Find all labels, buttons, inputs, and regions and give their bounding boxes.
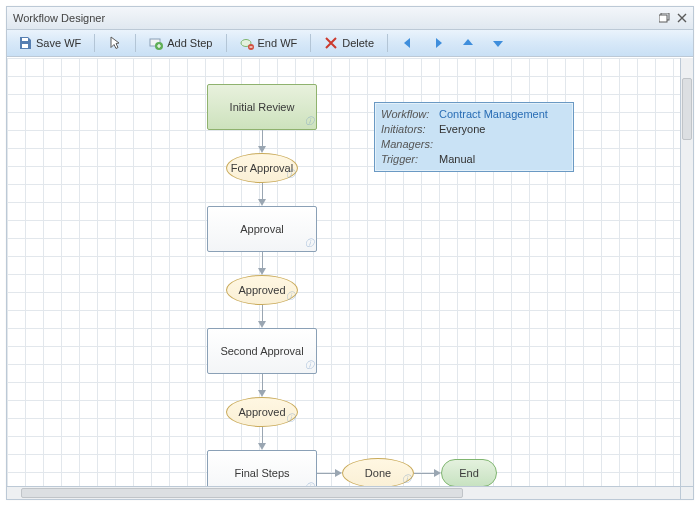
transition-for-approval[interactable]: For Approval ⓘ <box>226 153 298 183</box>
transition-label: For Approval <box>231 162 293 174</box>
save-button[interactable]: Save WF <box>11 33 88 53</box>
transition-label: Done <box>365 467 391 479</box>
transition-approved-1[interactable]: Approved ⓘ <box>226 275 298 305</box>
info-label: Trigger: <box>381 152 435 167</box>
end-wf-button[interactable]: End WF <box>233 33 305 53</box>
pointer-icon <box>108 36 122 50</box>
scroll-corner <box>680 486 693 499</box>
arrowhead-icon <box>434 469 441 477</box>
pointer-button[interactable] <box>101 33 129 53</box>
nav-up-button[interactable] <box>454 33 482 53</box>
arrow-up-icon <box>461 36 475 50</box>
end-label: End <box>459 467 479 479</box>
add-step-icon <box>149 36 163 50</box>
workflow-designer-window: Workflow Designer Save WF <box>6 6 694 500</box>
add-step-label: Add Step <box>167 37 212 49</box>
arrowhead-icon <box>258 443 266 450</box>
step-label: Second Approval <box>220 345 303 357</box>
step-initial-review[interactable]: Initial Review ⓘ <box>207 84 317 130</box>
save-icon <box>18 36 32 50</box>
add-step-button[interactable]: Add Step <box>142 33 219 53</box>
arrow-down-icon <box>491 36 505 50</box>
step-label: Final Steps <box>234 467 289 479</box>
horizontal-scrollbar[interactable] <box>7 486 681 499</box>
info-row-managers: Managers: <box>381 137 567 152</box>
info-value-initiators: Everyone <box>439 122 485 137</box>
toolbar-separator <box>310 34 311 52</box>
transition-approved-2[interactable]: Approved ⓘ <box>226 397 298 427</box>
arrow-left-icon <box>401 36 415 50</box>
svg-rect-1 <box>659 15 667 22</box>
info-row-initiators: Initiators: Everyone <box>381 122 567 137</box>
workflow-info-panel[interactable]: Workflow: Contract Management Initiators… <box>374 102 574 172</box>
info-icon: ⓘ <box>286 290 295 303</box>
save-label: Save WF <box>36 37 81 49</box>
end-wf-icon <box>240 36 254 50</box>
svg-rect-3 <box>22 44 28 48</box>
info-label: Workflow: <box>381 107 435 122</box>
toolbar-separator <box>387 34 388 52</box>
restore-icon[interactable] <box>659 13 671 23</box>
info-icon: ⓘ <box>402 473 411 486</box>
connector <box>414 473 436 474</box>
vertical-scrollbar[interactable] <box>680 58 693 487</box>
arrowhead-icon <box>258 146 266 153</box>
scroll-thumb[interactable] <box>682 78 692 140</box>
info-icon: ⓘ <box>305 115 314 128</box>
scroll-thumb[interactable] <box>21 488 463 498</box>
nav-right-button[interactable] <box>424 33 452 53</box>
arrow-right-icon <box>431 36 445 50</box>
end-wf-label: End WF <box>258 37 298 49</box>
toolbar-separator <box>94 34 95 52</box>
close-icon[interactable] <box>677 13 687 23</box>
nav-left-button[interactable] <box>394 33 422 53</box>
toolbar-separator <box>226 34 227 52</box>
delete-button[interactable]: Delete <box>317 33 381 53</box>
arrowhead-icon <box>258 321 266 328</box>
info-value-trigger: Manual <box>439 152 475 167</box>
canvas-grid[interactable]: Initial Review ⓘ For Approval ⓘ Approval… <box>7 58 681 487</box>
step-label: Initial Review <box>230 101 295 113</box>
info-icon: ⓘ <box>305 237 314 250</box>
info-icon: ⓘ <box>286 412 295 425</box>
step-approval[interactable]: Approval ⓘ <box>207 206 317 252</box>
info-icon: ⓘ <box>286 168 295 181</box>
window-controls <box>659 13 687 23</box>
info-row-trigger: Trigger: Manual <box>381 152 567 167</box>
arrowhead-icon <box>258 268 266 275</box>
info-label: Managers: <box>381 137 435 152</box>
connector <box>317 473 337 474</box>
arrowhead-icon <box>335 469 342 477</box>
step-second-approval[interactable]: Second Approval ⓘ <box>207 328 317 374</box>
arrowhead-icon <box>258 199 266 206</box>
info-icon: ⓘ <box>305 359 314 372</box>
toolbar: Save WF Add Step End WF Delete <box>7 30 693 57</box>
transition-label: Approved <box>238 284 285 296</box>
delete-icon <box>324 36 338 50</box>
svg-rect-2 <box>22 38 28 41</box>
titlebar: Workflow Designer <box>7 7 693 30</box>
canvas-area[interactable]: Initial Review ⓘ For Approval ⓘ Approval… <box>7 57 693 499</box>
toolbar-separator <box>135 34 136 52</box>
window-title: Workflow Designer <box>13 12 105 24</box>
transition-done[interactable]: Done ⓘ <box>342 458 414 488</box>
nav-down-button[interactable] <box>484 33 512 53</box>
delete-label: Delete <box>342 37 374 49</box>
info-value-workflow[interactable]: Contract Management <box>439 107 548 122</box>
info-row-workflow: Workflow: Contract Management <box>381 107 567 122</box>
step-label: Approval <box>240 223 283 235</box>
end-node[interactable]: End <box>441 459 497 487</box>
info-label: Initiators: <box>381 122 435 137</box>
arrowhead-icon <box>258 390 266 397</box>
transition-label: Approved <box>238 406 285 418</box>
